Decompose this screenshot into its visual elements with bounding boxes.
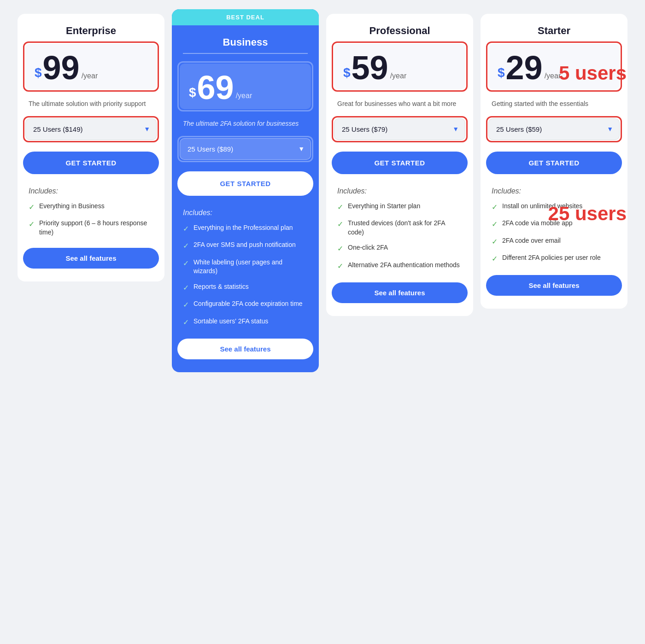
list-item: ✓ Trusted devices (don't ask for 2FA cod… bbox=[337, 219, 462, 237]
list-item: ✓ Priority support (6 – 8 hours response… bbox=[29, 219, 153, 237]
starter-header: Starter bbox=[481, 14, 627, 41]
plan-professional: Professional $ 59 /year Great for busine… bbox=[326, 14, 473, 316]
business-description: The ultimate 2FA solution for businesses bbox=[172, 111, 319, 136]
professional-feature-2: Trusted devices (don't ask for 2FA code) bbox=[348, 219, 462, 237]
starter-user-select-container[interactable]: 25 Users ($59) 5 Users ($29) ▼ bbox=[488, 118, 620, 140]
enterprise-includes: Includes: ✓ Everything in Business ✓ Pri… bbox=[18, 187, 164, 237]
business-price-box: $ 69 /year bbox=[180, 64, 311, 109]
professional-feature-3: One-click 2FA bbox=[348, 243, 388, 252]
plan-enterprise: Enterprise $ 99 /year The ultimate solut… bbox=[18, 14, 164, 281]
starter-price-box-wrapper: $ 29 /year bbox=[486, 41, 622, 92]
list-item: ✓ 2FA code over email bbox=[492, 236, 616, 247]
enterprise-get-started-button[interactable]: GET STARTED bbox=[23, 152, 159, 174]
check-icon: ✓ bbox=[337, 219, 343, 229]
business-price-period: /year bbox=[236, 92, 252, 100]
plan-business: BEST DEAL Business $ 69 /year The ultima… bbox=[172, 9, 319, 372]
professional-feature-4: Alternative 2FA authentication methods bbox=[348, 261, 460, 270]
list-item: ✓ Reports & statistics bbox=[183, 282, 308, 293]
check-icon: ✓ bbox=[337, 261, 343, 271]
list-item: ✓ 2FA code via mobile app bbox=[492, 219, 616, 229]
list-item: ✓ Configurable 2FA code expiration time bbox=[183, 299, 308, 310]
professional-price-amount: 59 bbox=[352, 53, 388, 83]
list-item: ✓ Install on unlimited websites bbox=[492, 202, 616, 212]
list-item: ✓ Everything in Business bbox=[29, 202, 153, 212]
enterprise-feature-1: Everything in Business bbox=[39, 202, 105, 211]
list-item: ✓ White labeling (user pages and wizards… bbox=[183, 258, 308, 276]
business-dollar-sign: $ bbox=[189, 86, 196, 99]
list-item: ✓ Different 2FA policies per user role bbox=[492, 253, 616, 264]
starter-description: Getting started with the essentials bbox=[481, 92, 627, 116]
professional-feature-1: Everything in Starter plan bbox=[348, 202, 420, 211]
check-icon: ✓ bbox=[183, 224, 189, 234]
business-plan-name: Business bbox=[223, 36, 268, 48]
starter-feature-4: Different 2FA policies per user role bbox=[502, 253, 601, 263]
starter-user-select[interactable]: 25 Users ($59) 5 Users ($29) bbox=[488, 118, 620, 140]
list-item: ✓ 2FA over SMS and push notification bbox=[183, 240, 308, 251]
list-item: ✓ Sortable users' 2FA status bbox=[183, 317, 308, 328]
business-get-started-button[interactable]: GET STARTED bbox=[177, 171, 313, 196]
business-feature-5: Configurable 2FA code expiration time bbox=[194, 299, 303, 309]
professional-dollar-sign: $ bbox=[343, 66, 351, 79]
best-deal-banner: BEST DEAL bbox=[172, 9, 319, 25]
starter-get-started-button[interactable]: GET STARTED bbox=[486, 152, 622, 174]
enterprise-price-amount: 99 bbox=[43, 53, 80, 83]
enterprise-price-box: $ 99 /year bbox=[25, 44, 157, 89]
starter-feature-3: 2FA code over email bbox=[502, 236, 561, 246]
starter-includes: Includes: ✓ Install on unlimited website… bbox=[481, 187, 627, 264]
professional-includes-label: Includes: bbox=[337, 187, 462, 195]
business-user-select-container[interactable]: 25 Users ($89) 5 Users ($69) ▼ bbox=[180, 138, 311, 160]
business-feature-6: Sortable users' 2FA status bbox=[194, 317, 268, 326]
starter-price-period: /year bbox=[545, 72, 561, 80]
enterprise-feature-2: Priority support (6 – 8 hours response t… bbox=[39, 219, 153, 237]
check-icon: ✓ bbox=[29, 202, 35, 212]
business-price-amount: 69 bbox=[197, 73, 234, 103]
list-item: ✓ One-click 2FA bbox=[337, 243, 462, 254]
business-feature-4: Reports & statistics bbox=[194, 282, 249, 292]
professional-includes: Includes: ✓ Everything in Starter plan ✓… bbox=[326, 187, 473, 271]
starter-user-select-wrapper: 25 Users ($59) 5 Users ($29) ▼ bbox=[486, 116, 622, 142]
check-icon: ✓ bbox=[492, 219, 498, 229]
professional-get-started-button[interactable]: GET STARTED bbox=[332, 152, 468, 174]
enterprise-see-all-button[interactable]: See all features bbox=[23, 248, 159, 269]
list-item: ✓ Everything in Starter plan bbox=[337, 202, 462, 212]
business-price-row: $ 69 /year bbox=[189, 73, 302, 103]
enterprise-plan-name: Enterprise bbox=[66, 25, 116, 36]
enterprise-price-period: /year bbox=[82, 72, 98, 80]
check-icon: ✓ bbox=[492, 202, 498, 212]
business-see-all-button[interactable]: See all features bbox=[177, 339, 313, 359]
pricing-page: 5 users 25 users Enterprise $ 99 /year T… bbox=[9, 9, 636, 377]
plan-starter: Starter $ 29 /year Getting started with … bbox=[481, 14, 627, 309]
starter-dollar-sign: $ bbox=[498, 66, 505, 79]
list-item: ✓ Alternative 2FA authentication methods bbox=[337, 261, 462, 271]
enterprise-header: Enterprise bbox=[18, 14, 164, 41]
professional-price-row: $ 59 /year bbox=[343, 53, 456, 83]
enterprise-price-box-wrapper: $ 99 /year bbox=[23, 41, 159, 92]
check-icon: ✓ bbox=[492, 254, 498, 264]
enterprise-user-select[interactable]: 25 Users ($149) 5 Users ($99) 10 Users (… bbox=[25, 118, 157, 140]
starter-includes-label: Includes: bbox=[492, 187, 616, 195]
check-icon: ✓ bbox=[183, 300, 189, 310]
business-user-select-wrapper: 25 Users ($89) 5 Users ($69) ▼ bbox=[177, 136, 313, 162]
business-divider bbox=[183, 53, 308, 54]
professional-user-select[interactable]: 25 Users ($79) 5 Users ($59) bbox=[334, 118, 465, 140]
enterprise-price-row: $ 99 /year bbox=[35, 53, 147, 83]
professional-user-select-container[interactable]: 25 Users ($79) 5 Users ($59) ▼ bbox=[334, 118, 465, 140]
check-icon: ✓ bbox=[183, 317, 189, 328]
professional-price-box: $ 59 /year bbox=[334, 44, 465, 89]
business-feature-2: 2FA over SMS and push notification bbox=[194, 240, 296, 250]
starter-plan-name: Starter bbox=[538, 25, 570, 36]
business-user-select[interactable]: 25 Users ($89) 5 Users ($69) bbox=[180, 138, 311, 160]
enterprise-description: The ultimate solution with priority supp… bbox=[18, 92, 164, 116]
professional-description: Great for businesses who want a bit more bbox=[326, 92, 473, 116]
professional-plan-name: Professional bbox=[369, 25, 430, 36]
starter-see-all-button[interactable]: See all features bbox=[486, 275, 622, 296]
starter-feature-1: Install on unlimited websites bbox=[502, 202, 582, 211]
check-icon: ✓ bbox=[492, 237, 498, 247]
professional-header: Professional bbox=[326, 14, 473, 41]
professional-price-period: /year bbox=[390, 72, 407, 80]
business-includes: Includes: ✓ Everything in the Profession… bbox=[172, 209, 319, 328]
starter-price-amount: 29 bbox=[506, 53, 543, 83]
enterprise-user-select-container[interactable]: 25 Users ($149) 5 Users ($99) 10 Users (… bbox=[25, 118, 157, 140]
professional-price-box-wrapper: $ 59 /year bbox=[332, 41, 468, 92]
professional-see-all-button[interactable]: See all features bbox=[332, 282, 468, 303]
